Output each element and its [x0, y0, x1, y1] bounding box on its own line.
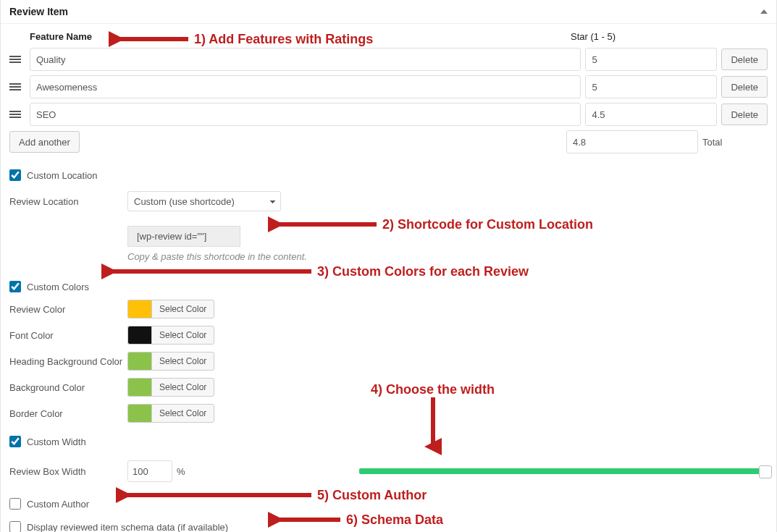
color-row: Font Color Select Color: [9, 326, 768, 345]
panel-title: Review Item: [9, 6, 68, 17]
color-row: Heading Background Color Select Color: [9, 352, 768, 371]
custom-location-checkbox[interactable]: [9, 169, 21, 181]
color-label: Background Color: [9, 382, 127, 393]
feature-row: Delete: [9, 48, 768, 71]
feature-row: Delete: [9, 103, 768, 126]
feature-name-input[interactable]: [30, 75, 581, 98]
select-color-button[interactable]: Select Color: [151, 352, 214, 371]
color-label: Font Color: [9, 330, 127, 341]
drag-handle-icon[interactable]: [9, 54, 30, 64]
width-input[interactable]: [127, 460, 172, 482]
review-box-width-row: Review Box Width %: [9, 460, 768, 482]
review-location-label: Review Location: [9, 196, 127, 207]
custom-location-label: Custom Location: [27, 170, 98, 181]
custom-width-label: Custom Width: [27, 436, 86, 447]
color-label: Border Color: [9, 408, 127, 419]
color-row: Border Color Select Color: [9, 404, 768, 423]
review-item-panel: Review Item Feature Name Star (1 - 5) De…: [0, 0, 777, 532]
delete-button[interactable]: Delete: [721, 76, 768, 98]
feature-row: Delete: [9, 75, 768, 98]
schema-checkbox[interactable]: [9, 521, 21, 532]
review-box-width-label: Review Box Width: [9, 466, 127, 477]
color-swatch[interactable]: [127, 352, 151, 371]
select-color-button[interactable]: Select Color: [151, 378, 214, 397]
shortcode-box[interactable]: [wp-review id=""]: [127, 226, 240, 247]
custom-colors-check-row: Custom Colors: [9, 281, 768, 292]
feature-star-input[interactable]: [585, 103, 717, 126]
panel-header[interactable]: Review Item: [1, 0, 776, 24]
total-label: Total: [702, 137, 768, 148]
custom-colors-checkbox[interactable]: [9, 281, 21, 292]
color-swatch[interactable]: [127, 404, 151, 423]
custom-author-label: Custom Author: [27, 499, 89, 510]
color-swatch[interactable]: [127, 378, 151, 397]
panel-toggle-icon[interactable]: [760, 9, 768, 14]
width-unit: %: [177, 466, 185, 477]
custom-width-check-row: Custom Width: [9, 436, 768, 447]
feature-star-input[interactable]: [585, 75, 717, 98]
shortcode-help: Copy & paste this shortcode in the conte…: [127, 251, 768, 262]
custom-author-checkbox[interactable]: [9, 498, 21, 510]
color-row: Review Color Select Color: [9, 300, 768, 318]
add-another-button[interactable]: Add another: [9, 131, 80, 153]
delete-button[interactable]: Delete: [721, 104, 768, 125]
color-swatch[interactable]: [127, 300, 151, 318]
delete-button[interactable]: Delete: [721, 48, 768, 70]
review-location-row: Review Location Custom (use shortcode): [9, 191, 768, 211]
color-row: Background Color Select Color: [9, 378, 768, 397]
star-header: Star (1 - 5): [571, 31, 768, 42]
slider-thumb-icon[interactable]: [759, 465, 772, 478]
schema-check-row: Display reviewed item schema data (if av…: [9, 521, 768, 532]
drag-handle-icon[interactable]: [9, 82, 30, 92]
feature-name-header: Feature Name: [30, 31, 109, 42]
shortcode-row: [wp-review id=""]: [9, 226, 768, 247]
feature-name-input[interactable]: [30, 48, 581, 71]
total-input[interactable]: [566, 130, 698, 153]
custom-colors-label: Custom Colors: [27, 282, 89, 292]
review-location-select[interactable]: Custom (use shortcode): [127, 191, 281, 211]
features-header: Feature Name Star (1 - 5): [9, 31, 768, 42]
select-color-button[interactable]: Select Color: [151, 300, 214, 318]
drag-handle-icon[interactable]: [9, 109, 30, 119]
total-row: Add another Total: [9, 130, 768, 153]
color-label: Heading Background Color: [9, 356, 127, 367]
custom-width-checkbox[interactable]: [9, 436, 21, 447]
feature-star-input[interactable]: [585, 48, 717, 71]
select-color-button[interactable]: Select Color: [151, 326, 214, 345]
color-label: Review Color: [9, 304, 127, 315]
custom-author-check-row: Custom Author: [9, 498, 768, 510]
schema-label: Display reviewed item schema data (if av…: [27, 522, 228, 533]
width-slider[interactable]: [359, 467, 768, 476]
color-swatch[interactable]: [127, 326, 151, 345]
feature-name-input[interactable]: [30, 103, 581, 126]
custom-location-check-row: Custom Location: [9, 169, 768, 181]
select-color-button[interactable]: Select Color: [151, 404, 214, 423]
